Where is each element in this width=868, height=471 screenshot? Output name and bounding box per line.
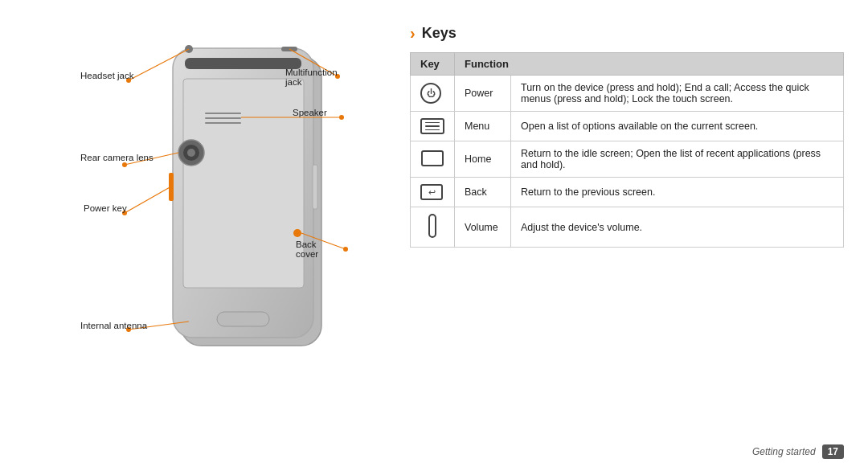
device-section: Headset jack Multifunction jack Rear cam… xyxy=(24,16,394,455)
power-key-name: Power xyxy=(455,76,511,112)
col-key-header: Key xyxy=(411,53,455,76)
rear-camera-label: Rear camera lens xyxy=(80,153,154,162)
svg-rect-8 xyxy=(205,117,241,119)
svg-rect-13 xyxy=(217,312,269,326)
home-key-name: Home xyxy=(455,141,511,178)
home-icon-cell xyxy=(411,141,455,178)
menu-icon-cell xyxy=(411,112,455,141)
power-key-label: Power key xyxy=(84,203,127,213)
menu-icon xyxy=(420,118,444,134)
table-row: Menu Open a list of options available on… xyxy=(411,112,844,141)
volume-icon xyxy=(428,214,436,238)
section-arrow: › xyxy=(410,24,416,43)
volume-key-name: Volume xyxy=(455,207,511,248)
svg-rect-2 xyxy=(185,58,301,69)
back-key-name: Back xyxy=(455,178,511,207)
home-icon xyxy=(421,150,444,166)
svg-line-24 xyxy=(125,186,171,213)
back-icon-cell: ↩ xyxy=(411,178,455,207)
internal-antenna-label: Internal antenna xyxy=(80,321,147,330)
section-title-text: Keys xyxy=(422,25,457,42)
home-function: Return to the idle screen; Open the list… xyxy=(511,141,844,178)
table-row: ⏻ Power Turn on the device (press and ho… xyxy=(411,76,844,112)
keys-table: Key Function ⏻ Power Turn on the device … xyxy=(410,52,844,248)
device-diagram: Headset jack Multifunction jack Rear cam… xyxy=(80,32,241,354)
power-function: Turn on the device (press and hold); End… xyxy=(511,76,844,112)
svg-rect-3 xyxy=(183,79,304,288)
table-header-row: Key Function xyxy=(411,53,844,76)
table-row: Home Return to the idle screen; Open the… xyxy=(411,141,844,178)
headset-jack-label: Headset jack xyxy=(80,71,133,80)
page-number: 17 xyxy=(822,444,844,459)
speaker-label: Speaker xyxy=(293,108,327,117)
menu-function: Open a list of options available on the … xyxy=(511,112,844,141)
svg-point-27 xyxy=(343,247,348,252)
footer-text: Getting started xyxy=(752,446,816,457)
svg-point-6 xyxy=(187,149,195,157)
svg-rect-9 xyxy=(205,122,241,124)
svg-rect-11 xyxy=(313,165,317,209)
table-row: Volume Adjust the device's volume. xyxy=(411,207,844,248)
section-title: › Keys xyxy=(410,24,844,43)
power-icon-cell: ⏻ xyxy=(411,76,455,112)
back-function: Return to the previous screen. xyxy=(511,178,844,207)
svg-point-12 xyxy=(293,229,301,237)
keys-section: › Keys Key Function ⏻ Power Turn on the … xyxy=(394,16,844,455)
page: Headset jack Multifunction jack Rear cam… xyxy=(0,0,868,471)
svg-rect-7 xyxy=(205,113,241,114)
volume-icon-cell xyxy=(411,207,455,248)
back-icon: ↩ xyxy=(420,184,443,200)
power-icon: ⏻ xyxy=(420,83,441,104)
multifunction-jack-label: Multifunction jack xyxy=(285,68,338,87)
svg-point-21 xyxy=(122,162,127,167)
back-cover-label: Back cover xyxy=(296,240,318,259)
table-row: ↩ Back Return to the previous screen. xyxy=(411,178,844,207)
menu-key-name: Menu xyxy=(455,112,511,141)
col-function-header: Function xyxy=(455,53,844,76)
svg-point-23 xyxy=(339,115,344,120)
footer: Getting started 17 xyxy=(752,444,844,459)
volume-function: Adjust the device's volume. xyxy=(511,207,844,248)
